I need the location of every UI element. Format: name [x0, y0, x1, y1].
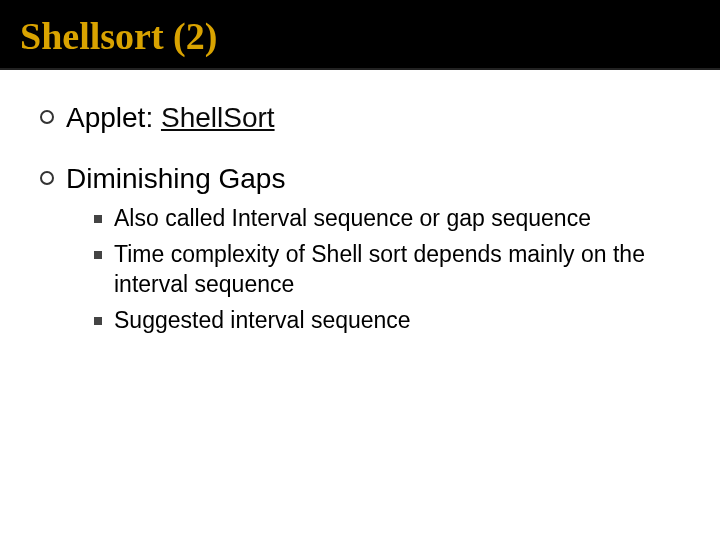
sub-list: Also called Interval sequence or gap seq… [66, 204, 674, 336]
sub-item: Suggested interval sequence [66, 306, 674, 336]
square-bullet-icon [94, 215, 102, 223]
circle-bullet-icon [40, 110, 54, 124]
slide-title: Shellsort (2) [20, 14, 700, 58]
circle-bullet-icon [40, 171, 54, 185]
bullet-item-gaps: Diminishing Gaps Also called Interval se… [40, 161, 680, 342]
sub-item: Also called Interval sequence or gap seq… [66, 204, 674, 234]
bullet-body: Diminishing Gaps Also called Interval se… [66, 161, 674, 342]
bullet-item-applet: Applet: ShellSort [40, 100, 680, 135]
bullet-text: Applet: ShellSort [66, 100, 275, 135]
bullet-text: Diminishing Gaps [66, 161, 674, 196]
square-bullet-icon [94, 251, 102, 259]
slide-content: Applet: ShellSort Diminishing Gaps Also … [0, 70, 720, 378]
slide: Shellsort (2) Applet: ShellSort Diminish… [0, 0, 720, 540]
square-bullet-icon [94, 317, 102, 325]
sub-item-text: Time complexity of Shell sort depends ma… [114, 240, 674, 300]
sub-item-text: Also called Interval sequence or gap seq… [114, 204, 591, 234]
shellsort-link[interactable]: ShellSort [161, 102, 275, 133]
sub-item: Time complexity of Shell sort depends ma… [66, 240, 674, 300]
sub-item-text: Suggested interval sequence [114, 306, 411, 336]
applet-prefix: Applet: [66, 102, 161, 133]
title-bar: Shellsort (2) [0, 0, 720, 70]
